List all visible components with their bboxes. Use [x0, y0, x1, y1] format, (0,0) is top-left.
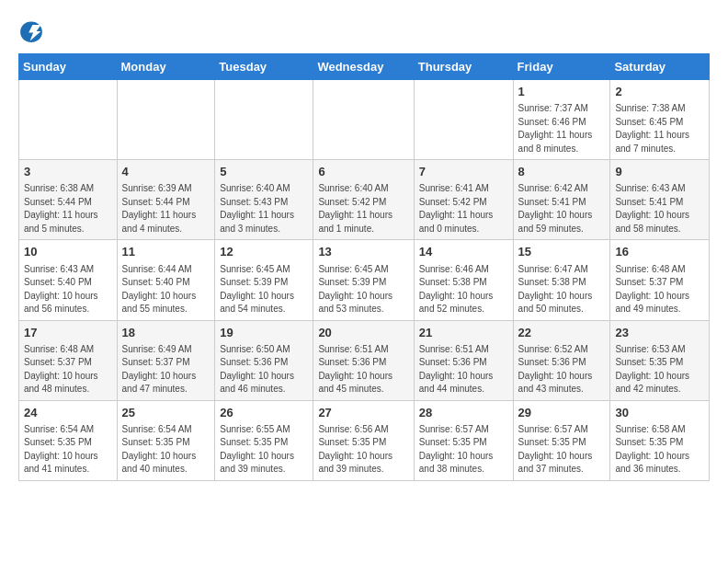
calendar-cell: 14Sunrise: 6:46 AM Sunset: 5:38 PM Dayli…	[414, 240, 513, 320]
calendar-cell: 27Sunrise: 6:56 AM Sunset: 5:35 PM Dayli…	[313, 400, 414, 480]
day-number: 19	[220, 325, 308, 341]
calendar-week-2: 3Sunrise: 6:38 AM Sunset: 5:44 PM Daylig…	[19, 160, 710, 240]
calendar-cell: 20Sunrise: 6:51 AM Sunset: 5:36 PM Dayli…	[313, 320, 414, 400]
calendar-cell: 7Sunrise: 6:41 AM Sunset: 5:42 PM Daylig…	[414, 160, 513, 240]
weekday-header-friday: Friday	[513, 54, 610, 80]
day-info: Sunrise: 6:42 AM Sunset: 5:41 PM Dayligh…	[518, 182, 606, 236]
calendar-cell: 28Sunrise: 6:57 AM Sunset: 5:35 PM Dayli…	[414, 400, 513, 480]
weekday-header-row: SundayMondayTuesdayWednesdayThursdayFrid…	[19, 54, 710, 80]
day-info: Sunrise: 6:51 AM Sunset: 5:36 PM Dayligh…	[318, 343, 408, 396]
calendar-cell: 29Sunrise: 6:57 AM Sunset: 5:35 PM Dayli…	[513, 400, 610, 480]
weekday-header-sunday: Sunday	[19, 54, 118, 80]
day-info: Sunrise: 6:46 AM Sunset: 5:38 PM Dayligh…	[419, 263, 508, 316]
day-info: Sunrise: 6:54 AM Sunset: 5:35 PM Dayligh…	[122, 423, 210, 477]
weekday-header-tuesday: Tuesday	[215, 54, 313, 80]
weekday-header-monday: Monday	[117, 54, 215, 80]
day-info: Sunrise: 6:50 AM Sunset: 5:36 PM Dayligh…	[220, 343, 308, 396]
day-info: Sunrise: 6:51 AM Sunset: 5:36 PM Dayligh…	[419, 343, 508, 396]
day-number: 12	[220, 244, 308, 260]
day-number: 28	[419, 405, 508, 421]
day-number: 27	[318, 405, 408, 421]
calendar-cell: 24Sunrise: 6:54 AM Sunset: 5:35 PM Dayli…	[19, 400, 118, 480]
calendar-cell: 11Sunrise: 6:44 AM Sunset: 5:40 PM Dayli…	[117, 240, 215, 320]
page-header	[18, 18, 710, 44]
weekday-header-saturday: Saturday	[610, 54, 710, 80]
day-number: 16	[615, 244, 704, 260]
calendar-cell: 18Sunrise: 6:49 AM Sunset: 5:37 PM Dayli…	[117, 320, 215, 400]
day-info: Sunrise: 6:43 AM Sunset: 5:41 PM Dayligh…	[615, 182, 704, 236]
weekday-header-wednesday: Wednesday	[313, 54, 414, 80]
day-number: 11	[122, 244, 210, 260]
calendar-week-3: 10Sunrise: 6:43 AM Sunset: 5:40 PM Dayli…	[19, 240, 710, 320]
calendar-cell	[414, 80, 513, 160]
calendar-cell: 23Sunrise: 6:53 AM Sunset: 5:35 PM Dayli…	[610, 320, 710, 400]
day-number: 18	[122, 325, 210, 341]
calendar-week-5: 24Sunrise: 6:54 AM Sunset: 5:35 PM Dayli…	[19, 400, 710, 480]
calendar-cell: 16Sunrise: 6:48 AM Sunset: 5:37 PM Dayli…	[610, 240, 710, 320]
day-info: Sunrise: 6:49 AM Sunset: 5:37 PM Dayligh…	[122, 343, 210, 396]
day-number: 8	[518, 164, 606, 180]
calendar-body: 1Sunrise: 7:37 AM Sunset: 6:46 PM Daylig…	[19, 80, 710, 481]
day-number: 10	[24, 244, 112, 260]
calendar-cell: 4Sunrise: 6:39 AM Sunset: 5:44 PM Daylig…	[117, 160, 215, 240]
calendar-cell: 1Sunrise: 7:37 AM Sunset: 6:46 PM Daylig…	[513, 80, 610, 160]
logo	[18, 18, 50, 44]
day-number: 15	[518, 244, 606, 260]
weekday-header-thursday: Thursday	[414, 54, 513, 80]
day-info: Sunrise: 6:53 AM Sunset: 5:35 PM Dayligh…	[615, 343, 704, 396]
day-info: Sunrise: 6:40 AM Sunset: 5:42 PM Dayligh…	[318, 182, 408, 236]
day-info: Sunrise: 6:48 AM Sunset: 5:37 PM Dayligh…	[615, 263, 704, 316]
calendar-cell: 22Sunrise: 6:52 AM Sunset: 5:36 PM Dayli…	[513, 320, 610, 400]
day-info: Sunrise: 6:57 AM Sunset: 5:35 PM Dayligh…	[518, 423, 606, 477]
day-number: 6	[318, 164, 408, 180]
calendar-cell: 13Sunrise: 6:45 AM Sunset: 5:39 PM Dayli…	[313, 240, 414, 320]
day-number: 2	[615, 84, 704, 100]
day-number: 21	[419, 325, 508, 341]
calendar-cell: 21Sunrise: 6:51 AM Sunset: 5:36 PM Dayli…	[414, 320, 513, 400]
day-info: Sunrise: 6:39 AM Sunset: 5:44 PM Dayligh…	[122, 182, 210, 236]
day-number: 3	[24, 164, 112, 180]
day-info: Sunrise: 7:38 AM Sunset: 6:45 PM Dayligh…	[615, 102, 704, 155]
day-number: 22	[518, 325, 606, 341]
calendar-table: SundayMondayTuesdayWednesdayThursdayFrid…	[18, 53, 710, 481]
calendar-cell: 30Sunrise: 6:58 AM Sunset: 5:35 PM Dayli…	[610, 400, 710, 480]
calendar-cell	[313, 80, 414, 160]
day-number: 7	[419, 164, 508, 180]
calendar-week-4: 17Sunrise: 6:48 AM Sunset: 5:37 PM Dayli…	[19, 320, 710, 400]
calendar-cell	[117, 80, 215, 160]
day-number: 1	[518, 84, 606, 100]
calendar-cell: 12Sunrise: 6:45 AM Sunset: 5:39 PM Dayli…	[215, 240, 313, 320]
calendar-cell: 10Sunrise: 6:43 AM Sunset: 5:40 PM Dayli…	[19, 240, 118, 320]
day-number: 24	[24, 405, 112, 421]
day-info: Sunrise: 6:38 AM Sunset: 5:44 PM Dayligh…	[24, 182, 112, 236]
day-info: Sunrise: 6:52 AM Sunset: 5:36 PM Dayligh…	[518, 343, 606, 396]
day-number: 23	[615, 325, 704, 341]
day-number: 13	[318, 244, 408, 260]
calendar-cell: 17Sunrise: 6:48 AM Sunset: 5:37 PM Dayli…	[19, 320, 118, 400]
day-number: 29	[518, 405, 606, 421]
calendar-cell: 19Sunrise: 6:50 AM Sunset: 5:36 PM Dayli…	[215, 320, 313, 400]
calendar-cell: 25Sunrise: 6:54 AM Sunset: 5:35 PM Dayli…	[117, 400, 215, 480]
day-info: Sunrise: 6:47 AM Sunset: 5:38 PM Dayligh…	[518, 263, 606, 316]
day-info: Sunrise: 6:40 AM Sunset: 5:43 PM Dayligh…	[220, 182, 308, 236]
day-number: 17	[24, 325, 112, 341]
calendar-cell: 8Sunrise: 6:42 AM Sunset: 5:41 PM Daylig…	[513, 160, 610, 240]
calendar-cell	[19, 80, 118, 160]
day-info: Sunrise: 6:54 AM Sunset: 5:35 PM Dayligh…	[24, 423, 112, 477]
day-number: 20	[318, 325, 408, 341]
day-info: Sunrise: 6:45 AM Sunset: 5:39 PM Dayligh…	[318, 263, 408, 316]
day-number: 5	[220, 164, 308, 180]
day-info: Sunrise: 6:48 AM Sunset: 5:37 PM Dayligh…	[24, 343, 112, 396]
day-number: 9	[615, 164, 704, 180]
calendar-cell: 5Sunrise: 6:40 AM Sunset: 5:43 PM Daylig…	[215, 160, 313, 240]
calendar-week-1: 1Sunrise: 7:37 AM Sunset: 6:46 PM Daylig…	[19, 80, 710, 160]
day-number: 4	[122, 164, 210, 180]
day-number: 30	[615, 405, 704, 421]
calendar-cell: 2Sunrise: 7:38 AM Sunset: 6:45 PM Daylig…	[610, 80, 710, 160]
day-info: Sunrise: 6:55 AM Sunset: 5:35 PM Dayligh…	[220, 423, 308, 477]
day-info: Sunrise: 6:45 AM Sunset: 5:39 PM Dayligh…	[220, 263, 308, 316]
day-info: Sunrise: 6:41 AM Sunset: 5:42 PM Dayligh…	[419, 182, 508, 236]
day-number: 26	[220, 405, 308, 421]
day-number: 14	[419, 244, 508, 260]
calendar-cell: 15Sunrise: 6:47 AM Sunset: 5:38 PM Dayli…	[513, 240, 610, 320]
